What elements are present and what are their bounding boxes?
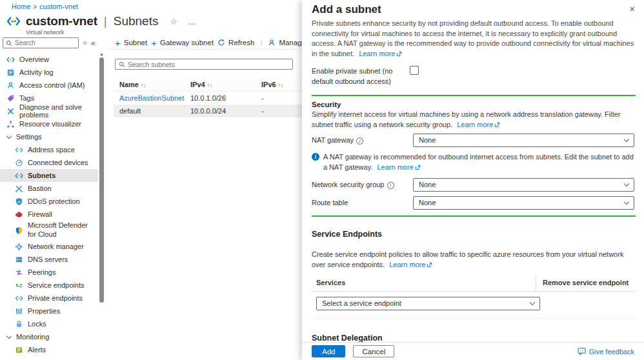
properties-icon <box>15 307 23 315</box>
page-header: custom-vnet | Subnets ☆ … <box>6 14 197 28</box>
sidebar-item-subnets[interactable]: Subnets <box>0 169 98 182</box>
service-endpoints-heading: Service Endpoints <box>312 229 636 241</box>
address-space-icon <box>15 146 23 154</box>
more-options-icon[interactable]: … <box>188 17 197 26</box>
sidebar-dot-icon <box>83 41 86 45</box>
chevron-down-icon <box>624 137 629 142</box>
sidebar-item-dns-servers[interactable]: DNS servers <box>0 253 98 266</box>
sidebar-item-locks[interactable]: Locks <box>0 317 98 330</box>
security-description: Simplify internet access for virtual mac… <box>312 110 634 130</box>
sidebar-group-monitoring[interactable]: Monitoring <box>0 330 98 343</box>
locks-icon <box>15 320 23 328</box>
plus-icon: + <box>151 38 157 48</box>
sidebar-item-properties[interactable]: Properties <box>0 305 98 317</box>
learn-more-link[interactable]: Learn more <box>457 121 493 128</box>
sidebar-item-peerings[interactable]: Peerings <box>0 266 98 279</box>
add-gateway-subnet-button[interactable]: + Gateway subnet <box>151 38 214 48</box>
sidebar-item-tags[interactable]: Tags <box>0 92 98 105</box>
scrollbar-thumb[interactable] <box>99 57 104 303</box>
sort-icon[interactable]: ↑↓ <box>278 83 283 88</box>
service-endpoints-table-header: Services Remove service endpoint <box>312 275 636 292</box>
sidebar-scrollbar[interactable]: ▲ <box>98 52 105 360</box>
sidebar-item-bastion[interactable]: Bastion <box>0 182 98 195</box>
breadcrumb-current-link[interactable]: custom-vnet <box>39 3 78 10</box>
diagnose-icon <box>6 107 15 115</box>
section-divider <box>312 318 636 319</box>
favorite-star-icon[interactable]: ☆ <box>170 17 177 26</box>
sidebar-search-input[interactable] <box>15 39 75 46</box>
sidebar-item-firewall[interactable]: Firewall <box>0 208 98 221</box>
route-table-select[interactable]: None <box>413 196 634 210</box>
panel-footer: Add Cancel Give feedback <box>302 342 644 360</box>
sidebar-group-settings[interactable]: Settings <box>0 130 98 143</box>
sidebar-item-private-endpoints[interactable]: Private endpoints <box>0 292 98 305</box>
subnet-link[interactable]: AzureBastionSubnet <box>119 94 184 102</box>
give-feedback-link[interactable]: Give feedback <box>578 347 634 355</box>
sidebar-item-connected-devices[interactable]: Connected devices <box>0 156 98 169</box>
resource-visualizer-icon <box>6 120 15 128</box>
sidebar-item-overview[interactable]: Overview <box>0 53 98 66</box>
refresh-icon <box>217 39 225 46</box>
learn-more-link[interactable]: Learn more <box>389 261 425 268</box>
sidebar-item-network-manager[interactable]: Network manager <box>0 240 98 253</box>
private-subnet-checkbox[interactable] <box>410 66 419 75</box>
column-name: Name <box>119 81 139 88</box>
close-icon[interactable]: × <box>629 3 635 14</box>
add-button[interactable]: Add <box>312 345 345 357</box>
subnet-link[interactable]: default <box>119 107 141 115</box>
page-title: custom-vnet <box>26 14 97 28</box>
sidebar-item-diagnose[interactable]: Diagnose and solve problems <box>0 105 98 117</box>
sidebar-item-ddos-protection[interactable]: DDoS protection <box>0 195 98 208</box>
private-endpoints-icon <box>15 294 23 303</box>
route-table-label: Route table <box>312 196 413 208</box>
nsg-select[interactable]: None <box>413 178 634 192</box>
learn-more-link[interactable]: Learn more <box>359 50 395 57</box>
sidebar-item-service-endpoints[interactable]: Service endpoints <box>0 279 98 292</box>
activity-log-icon <box>6 68 15 77</box>
sidebar-collapse-icon[interactable]: « <box>91 39 96 48</box>
tag-icon <box>6 94 15 103</box>
sort-icon[interactable]: ↑↓ <box>207 83 212 88</box>
connected-devices-icon <box>15 159 23 167</box>
subnet-search-input[interactable] <box>128 61 289 68</box>
table-row[interactable]: default 10.0.0.0/24 - <box>114 105 302 117</box>
refresh-button[interactable]: Refresh <box>217 39 254 46</box>
subnets-icon <box>15 172 23 180</box>
sidebar-item-address-space[interactable]: Address space <box>0 143 98 156</box>
private-subnet-label: Enable private subnet (no default outbou… <box>312 65 410 86</box>
breadcrumb-home-link[interactable]: Home <box>12 3 30 10</box>
sidebar-item-activity-log[interactable]: Activity log <box>0 66 98 79</box>
sidebar-item-defender[interactable]: Microsoft Defender for Cloud <box>0 221 98 240</box>
nat-gateway-select[interactable]: None <box>413 134 634 147</box>
dns-icon <box>15 255 23 264</box>
subnet-ipv6: - <box>261 107 302 115</box>
chevron-down-icon <box>6 333 12 338</box>
subnet-search[interactable] <box>115 59 293 70</box>
bastion-icon <box>15 185 23 193</box>
sort-icon[interactable]: ↑↓ <box>141 83 146 88</box>
sidebar-item-access-control[interactable]: Access control (IAM) <box>0 79 98 92</box>
search-icon <box>6 40 12 46</box>
table-row[interactable]: AzureBastionSubnet 10.0.1.0/26 - <box>114 92 302 105</box>
subnets-table: Name↑↓ IPv4↑↓ IPv6↑↓ AzureBastionSubnet … <box>114 77 302 117</box>
learn-more-link[interactable]: Learn more <box>377 163 414 171</box>
service-endpoint-select[interactable]: Select a service endpoint <box>316 297 540 310</box>
security-highlight-box: Security Simplify internet access for vi… <box>312 95 636 217</box>
subnet-ipv4: 10.0.0.0/24 <box>190 107 261 115</box>
external-link-icon <box>396 51 402 57</box>
defender-icon <box>15 226 23 235</box>
search-icon <box>119 61 125 68</box>
security-heading: Security <box>312 99 634 110</box>
service-endpoints-description: Create service endpoint policies to allo… <box>312 250 636 270</box>
chevron-down-icon <box>624 181 629 186</box>
sidebar-search[interactable] <box>3 37 79 48</box>
sidebar-item-alerts[interactable]: Alerts <box>0 343 98 356</box>
page-title-divider: | <box>104 14 107 28</box>
iam-icon <box>6 81 15 90</box>
scrollbar-up-icon[interactable]: ▲ <box>98 52 105 57</box>
sidebar-item-resource-visualizer[interactable]: Resource visualizer <box>0 117 98 130</box>
cancel-button[interactable]: Cancel <box>353 345 394 357</box>
add-subnet-panel: Add a subnet × Private subnets enhance s… <box>302 0 644 360</box>
add-subnet-button[interactable]: + Subnet <box>115 38 147 48</box>
panel-intro: Private subnets enhance security by not … <box>312 19 636 59</box>
